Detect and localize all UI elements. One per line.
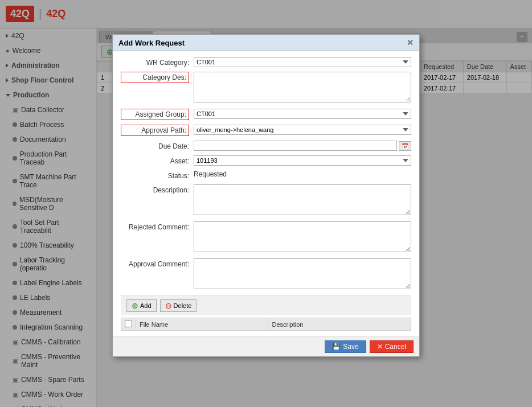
approval-path-select[interactable]: oliver_meng->helena_wang	[194, 125, 411, 135]
file-select-all[interactable]	[125, 320, 132, 327]
form-row-due-date: Due Date: 📅	[121, 141, 411, 151]
approval-path-field: oliver_meng->helena_wang	[194, 125, 411, 135]
cancel-icon: ✕	[377, 343, 383, 351]
asset-select[interactable]: 101193	[194, 155, 411, 166]
approval-path-label: Approval Path:	[121, 125, 189, 136]
assigned-group-field: CT001	[194, 109, 411, 119]
modal-title-text: Add Work Request	[118, 39, 185, 47]
delete-file-icon: ⊖	[165, 301, 172, 310]
assigned-group-label: Assigned Group:	[121, 109, 189, 120]
form-row-wr-category: WR Category: CT001	[121, 57, 411, 67]
form-row-assigned-group: Assigned Group: CT001	[121, 109, 411, 120]
description-label: Description:	[121, 184, 189, 194]
file-delete-button[interactable]: ⊖ Delete	[160, 299, 197, 312]
file-table: File Name Description	[121, 318, 411, 331]
approval-comment-textarea[interactable]	[194, 258, 411, 289]
calendar-button[interactable]: 📅	[399, 141, 411, 151]
status-label: Status:	[121, 170, 189, 180]
cancel-label: Cancel	[385, 343, 406, 351]
form-row-description: Description:	[121, 184, 411, 217]
asset-field: 101193	[194, 155, 411, 166]
rejected-comment-field	[194, 221, 411, 254]
wr-category-select[interactable]: CT001	[194, 57, 411, 67]
category-des-label: Category Des:	[121, 72, 189, 83]
file-col-description: Description	[268, 318, 411, 331]
modal-title-bar: Add Work Request ✕	[113, 35, 419, 51]
file-col-checkbox	[121, 318, 136, 331]
description-field	[194, 184, 411, 217]
status-field: Requested	[194, 170, 411, 178]
category-des-field	[194, 72, 411, 104]
wr-category-label: WR Category:	[121, 57, 189, 67]
modal-actions: 💾 Save ✕ Cancel	[113, 336, 419, 356]
form-row-status: Status: Requested	[121, 170, 411, 180]
save-button[interactable]: 💾 Save	[325, 340, 366, 353]
add-work-request-modal: Add Work Request ✕ WR Category: CT001 Ca…	[112, 34, 420, 357]
due-date-input[interactable]	[194, 141, 397, 151]
rejected-comment-label: Rejected Comment:	[121, 221, 189, 231]
form-row-approval-comment: Approval Comment:	[121, 258, 411, 291]
modal-close-button[interactable]: ✕	[407, 38, 414, 47]
assigned-group-select[interactable]: CT001	[194, 109, 411, 119]
modal-body: WR Category: CT001 Category Des:	[113, 51, 419, 336]
asset-label: Asset:	[121, 155, 189, 165]
rejected-comment-textarea[interactable]	[194, 221, 411, 252]
file-delete-label: Delete	[174, 302, 192, 309]
description-textarea[interactable]	[194, 184, 411, 215]
category-des-textarea[interactable]	[194, 72, 411, 102]
save-label: Save	[343, 343, 358, 351]
due-date-field: 📅	[194, 141, 411, 151]
modal-overlay: Add Work Request ✕ WR Category: CT001 Ca…	[0, 0, 532, 407]
add-file-icon: ⊕	[132, 301, 138, 310]
file-add-label: Add	[140, 302, 152, 309]
form-row-asset: Asset: 101193	[121, 155, 411, 166]
file-section-toolbar: ⊕ Add ⊖ Delete	[121, 295, 411, 315]
form-row-approval-path: Approval Path: oliver_meng->helena_wang	[121, 125, 411, 136]
approval-comment-label: Approval Comment:	[121, 258, 189, 268]
file-col-name: File Name	[136, 318, 268, 331]
status-value: Requested	[194, 170, 227, 178]
approval-comment-field	[194, 258, 411, 291]
wr-category-field: CT001	[194, 57, 411, 67]
form-row-category-des: Category Des:	[121, 72, 411, 104]
due-date-label: Due Date:	[121, 141, 189, 150]
cancel-button[interactable]: ✕ Cancel	[370, 340, 414, 353]
file-add-button[interactable]: ⊕ Add	[126, 299, 157, 312]
save-icon: 💾	[332, 343, 341, 351]
form-row-rejected-comment: Rejected Comment:	[121, 221, 411, 254]
